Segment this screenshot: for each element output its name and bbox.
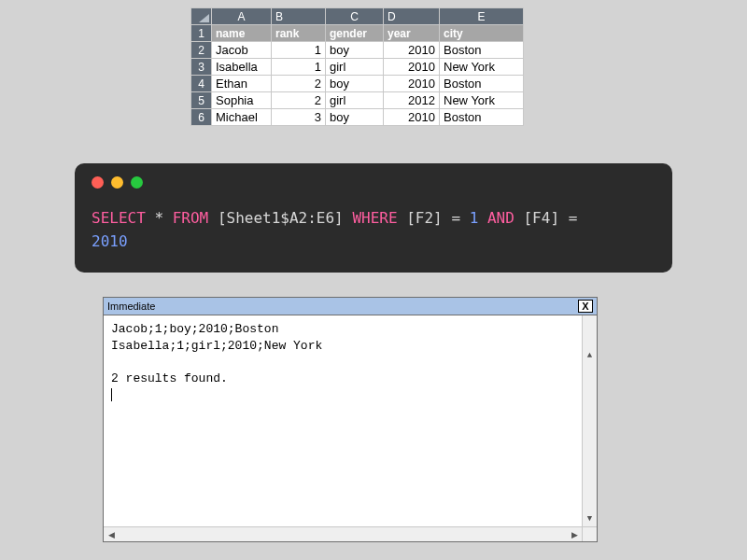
field-name[interactable]: name: [212, 25, 272, 42]
cell[interactable]: boy: [326, 76, 384, 92]
row-header-3[interactable]: 3: [191, 59, 212, 76]
row-header-4[interactable]: 4: [191, 76, 212, 92]
row-header-1[interactable]: 1: [191, 25, 212, 42]
cell[interactable]: boy: [326, 42, 384, 59]
cell[interactable]: New York: [440, 92, 524, 109]
field-f2: [F2]: [406, 209, 443, 227]
cell[interactable]: Isabella: [212, 59, 272, 76]
col-header-e[interactable]: E: [440, 8, 524, 25]
immediate-titlebar[interactable]: Immediate X: [104, 298, 597, 315]
kw-select: SELECT: [92, 209, 146, 227]
spreadsheet: A B C D E 1 name rank gender year city 2…: [190, 7, 524, 126]
kw-and: AND: [487, 209, 514, 227]
val-2010: 2010: [92, 232, 128, 250]
op-eq: =: [451, 209, 460, 227]
cell[interactable]: 2012: [384, 92, 440, 109]
sql-code-block: SELECT * FROM [Sheet1$A2:E6] WHERE [F2] …: [75, 163, 672, 273]
immediate-output[interactable]: Jacob;1;boy;2010;Boston Isabella;1;girl;…: [104, 315, 597, 526]
cell[interactable]: Boston: [440, 42, 524, 59]
range-ref: [Sheet1$A2:E6]: [218, 209, 344, 227]
scroll-right-icon[interactable]: ▶: [567, 527, 582, 541]
row-header-2[interactable]: 2: [191, 42, 212, 59]
cell[interactable]: girl: [326, 92, 384, 109]
cell[interactable]: 2010: [384, 76, 440, 92]
window-controls: [92, 176, 655, 189]
output-line: Isabella;1;girl;2010;New York: [111, 339, 322, 353]
field-year[interactable]: year: [384, 25, 440, 42]
cell[interactable]: 1: [272, 42, 326, 59]
col-header-a[interactable]: A: [212, 8, 272, 25]
cell[interactable]: Michael: [212, 109, 272, 126]
cell[interactable]: 2: [272, 92, 326, 109]
cell[interactable]: girl: [326, 59, 384, 76]
field-city[interactable]: city: [440, 25, 524, 42]
col-header-c[interactable]: C: [326, 8, 384, 25]
field-f4: [F4]: [523, 209, 559, 227]
horizontal-scrollbar[interactable]: ◀ ▶: [104, 526, 597, 541]
cell[interactable]: Jacob: [212, 42, 272, 59]
star: *: [154, 209, 163, 227]
val-1: 1: [470, 209, 479, 227]
row-header-5[interactable]: 5: [191, 92, 212, 109]
scroll-left-icon[interactable]: ◀: [104, 527, 119, 541]
select-all-corner[interactable]: [191, 8, 212, 25]
cell[interactable]: New York: [440, 59, 524, 76]
minimize-icon[interactable]: [111, 176, 123, 189]
col-header-b[interactable]: B: [272, 8, 326, 25]
cell[interactable]: Ethan: [212, 76, 272, 92]
cell[interactable]: Boston: [440, 109, 524, 126]
cell[interactable]: Boston: [440, 76, 524, 92]
cell[interactable]: 2: [272, 76, 326, 92]
col-header-d[interactable]: D: [384, 8, 440, 25]
output-summary: 2 results found.: [111, 371, 228, 385]
kw-from: FROM: [173, 209, 209, 227]
cell[interactable]: 2010: [384, 59, 440, 76]
output-line: Jacob;1;boy;2010;Boston: [111, 322, 278, 336]
kw-where: WHERE: [352, 209, 397, 227]
vertical-scrollbar[interactable]: ▲ ▼: [582, 315, 597, 526]
row-header-6[interactable]: 6: [191, 109, 212, 126]
cell[interactable]: 2010: [384, 42, 440, 59]
cell[interactable]: Sophia: [212, 92, 272, 109]
cell[interactable]: 3: [272, 109, 326, 126]
close-button[interactable]: X: [578, 300, 593, 313]
scroll-down-icon[interactable]: ▼: [583, 511, 597, 526]
cell[interactable]: 2010: [384, 109, 440, 126]
cell[interactable]: boy: [326, 109, 384, 126]
cell[interactable]: 1: [272, 59, 326, 76]
op-eq: =: [569, 209, 578, 227]
field-rank[interactable]: rank: [272, 25, 326, 42]
text-caret: [111, 388, 112, 401]
close-icon[interactable]: [92, 176, 104, 189]
scroll-up-icon[interactable]: ▲: [583, 348, 597, 363]
sql-text: SELECT * FROM [Sheet1$A2:E6] WHERE [F2] …: [92, 207, 655, 254]
field-gender[interactable]: gender: [326, 25, 384, 42]
immediate-title-text: Immediate: [107, 301, 155, 312]
immediate-window: Immediate X Jacob;1;boy;2010;Boston Isab…: [103, 297, 598, 542]
scrollbar-corner: [582, 527, 597, 541]
maximize-icon[interactable]: [131, 176, 143, 189]
